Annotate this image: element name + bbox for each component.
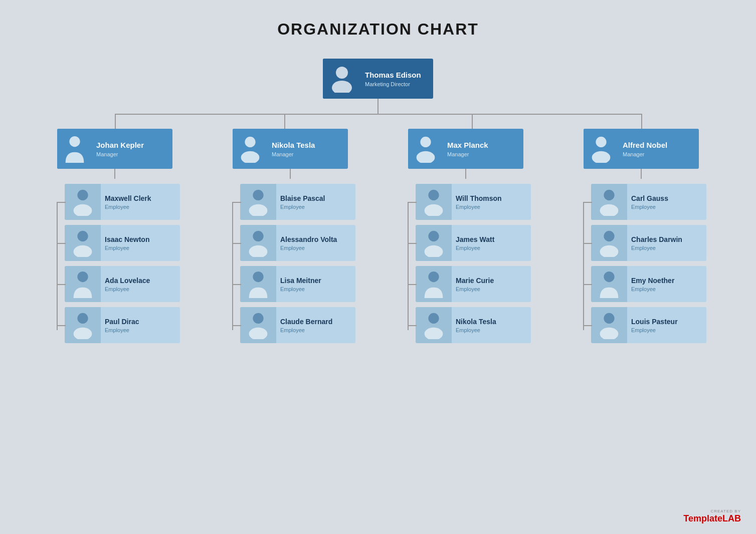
employee-role-2-0: Employee	[456, 204, 527, 210]
employee-avatar-0-2	[65, 266, 101, 302]
svg-point-32	[604, 231, 614, 241]
employee-name-0-1: Isaac Newton	[105, 235, 176, 244]
director-name: Thomas Edison	[365, 70, 429, 80]
svg-point-0	[336, 67, 348, 79]
employee-name-2-3: Nikola Tesla	[456, 317, 527, 326]
svg-point-5	[420, 137, 431, 147]
manager-col-2: Max Planck Manager	[388, 129, 543, 169]
branch-line	[37, 114, 719, 129]
watermark-brand: TemplateLAB	[683, 513, 741, 524]
watermark-created-by: CREATED BY	[710, 509, 741, 513]
managers-row: Johan Kepler Manager Nikola Tesla Manage…	[37, 129, 719, 169]
employee-item-2-2: Marie Curie Employee	[416, 266, 531, 302]
svg-point-23	[428, 190, 439, 200]
manager-name-3: Alfred Nobel	[623, 140, 695, 150]
svg-point-20	[253, 272, 263, 282]
employee-info-1-3: Claude Bernard Employee	[276, 315, 355, 335]
employee-card-1-1: Alessandro Volta Employee	[240, 225, 355, 261]
employee-role-2-3: Employee	[456, 327, 527, 333]
manager-info-1: Nikola Tesla Manager	[268, 138, 348, 159]
manager-info-3: Alfred Nobel Manager	[619, 138, 699, 159]
svg-point-15	[74, 328, 92, 339]
employee-item-0-2: Ada Lovelace Employee	[65, 266, 180, 302]
employee-avatar-1-2	[240, 266, 276, 302]
employee-avatar-0-1	[65, 225, 101, 261]
employee-name-3-2: Emy Noether	[631, 276, 702, 285]
employee-name-2-1: James Watt	[456, 235, 527, 244]
manager-col-3: Alfred Nobel Manager	[563, 129, 719, 169]
svg-point-10	[74, 204, 92, 216]
svg-point-4	[241, 151, 260, 163]
employee-col-2: Will Thomson Employee James Watt Employe…	[388, 184, 543, 348]
manager-role-2: Manager	[447, 151, 519, 157]
svg-point-27	[428, 272, 439, 282]
employee-role-3-0: Employee	[631, 204, 702, 210]
employee-card-0-0: Maxwell Clerk Employee	[65, 184, 180, 220]
manager-name-2: Max Planck	[447, 140, 519, 150]
svg-point-25	[428, 231, 439, 241]
emp-vline-0	[57, 202, 58, 330]
employee-role-1-2: Employee	[280, 286, 351, 292]
branch-v-1	[115, 114, 116, 129]
employee-info-1-0: Blaise Pascal Employee	[276, 192, 355, 212]
director-avatar	[323, 59, 361, 99]
employee-item-1-2: Lisa Meitner Employee	[240, 266, 355, 302]
employee-role-1-0: Employee	[280, 204, 351, 210]
employee-info-1-2: Lisa Meitner Employee	[276, 274, 355, 294]
svg-point-8	[592, 151, 611, 163]
employee-info-3-3: Louis Pasteur Employee	[627, 315, 706, 335]
svg-point-2	[69, 136, 80, 147]
branch-v-3	[472, 114, 473, 129]
employee-info-2-2: Marie Curie Employee	[452, 274, 531, 294]
employee-role-0-1: Employee	[105, 245, 176, 251]
employee-card-1-3: Claude Bernard Employee	[240, 307, 355, 343]
employee-avatar-1-0	[240, 184, 276, 220]
employee-info-0-1: Isaac Newton Employee	[101, 233, 180, 253]
employee-avatar-3-1	[591, 225, 627, 261]
emp-vline-1	[232, 202, 233, 330]
svg-point-7	[596, 137, 606, 147]
employee-name-0-2: Ada Lovelace	[105, 276, 176, 285]
svg-point-3	[245, 137, 255, 147]
manager-col-1: Nikola Tesla Manager	[213, 129, 368, 169]
emp-vline-3	[583, 202, 584, 330]
employee-card-0-3: Paul Dirac Employee	[65, 307, 180, 343]
manager-card-0: Johan Kepler Manager	[57, 129, 172, 169]
employee-card-0-2: Ada Lovelace Employee	[65, 266, 180, 302]
svg-point-34	[604, 272, 614, 282]
employee-item-1-0: Blaise Pascal Employee	[240, 184, 355, 220]
employee-role-1-1: Employee	[280, 245, 351, 251]
employee-info-0-3: Paul Dirac Employee	[101, 315, 180, 335]
director-connector-down	[377, 99, 379, 114]
manager-card-2: Max Planck Manager	[408, 129, 523, 169]
employee-item-2-0: Will Thomson Employee	[416, 184, 531, 220]
mgr-emp-connectors	[37, 169, 719, 179]
employee-item-1-1: Alessandro Volta Employee	[240, 225, 355, 261]
employee-card-3-0: Carl Gauss Employee	[591, 184, 706, 220]
emp-hline-3-2	[583, 284, 592, 285]
svg-point-6	[417, 151, 435, 163]
svg-point-35	[604, 313, 614, 324]
employee-item-3-0: Carl Gauss Employee	[591, 184, 706, 220]
svg-point-16	[253, 190, 263, 200]
emp-hline-3-3	[583, 325, 592, 326]
employee-info-3-0: Carl Gauss Employee	[627, 192, 706, 212]
employee-card-2-3: Nikola Tesla Employee	[416, 307, 531, 343]
svg-point-28	[428, 313, 439, 324]
svg-point-29	[425, 328, 443, 339]
employee-item-0-3: Paul Dirac Employee	[65, 307, 180, 343]
watermark-brand-accent: LAB	[722, 513, 741, 523]
director-card: Thomas Edison Marketing Director	[323, 59, 433, 99]
emp-hline-1-2	[232, 284, 241, 285]
manager-name-1: Nikola Tesla	[272, 140, 344, 150]
employee-col-3: Carl Gauss Employee Charles Darwin Emplo…	[563, 184, 719, 348]
emp-hline-0-3	[57, 325, 66, 326]
chart-title: ORGANIZATION CHART	[277, 20, 479, 39]
emp-vline-2	[408, 202, 409, 330]
employee-card-0-1: Isaac Newton Employee	[65, 225, 180, 261]
employee-avatar-2-2	[416, 266, 452, 302]
manager-info-2: Max Planck Manager	[443, 138, 523, 159]
employee-name-2-2: Marie Curie	[456, 276, 527, 285]
employee-item-0-1: Isaac Newton Employee	[65, 225, 180, 261]
employee-col-1: Blaise Pascal Employee Alessandro Volta …	[213, 184, 368, 348]
